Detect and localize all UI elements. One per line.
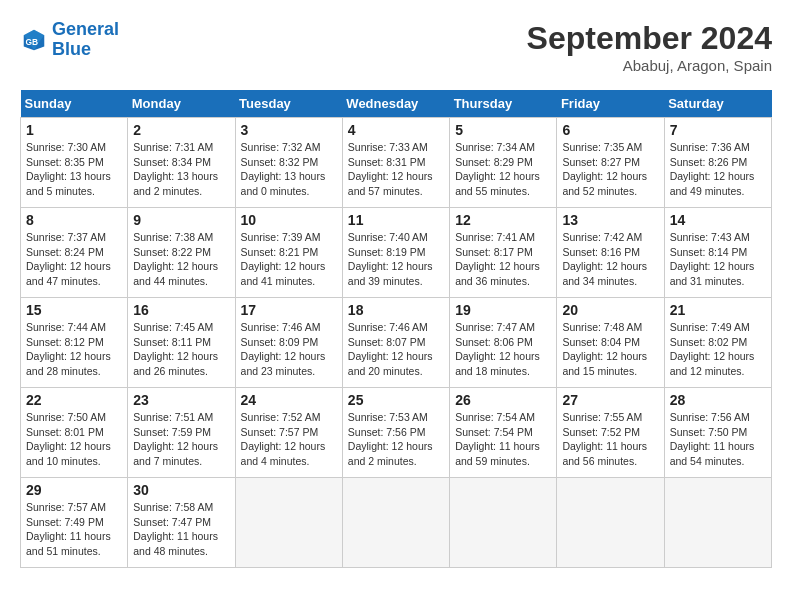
- day-number: 2: [133, 122, 229, 138]
- day-info: Sunrise: 7:57 AM Sunset: 7:49 PM Dayligh…: [26, 500, 122, 559]
- day-info: Sunrise: 7:32 AM Sunset: 8:32 PM Dayligh…: [241, 140, 337, 199]
- sunset-label: Sunset: 7:56 PM: [348, 426, 426, 438]
- day-info: Sunrise: 7:35 AM Sunset: 8:27 PM Dayligh…: [562, 140, 658, 199]
- sunset-label: Sunset: 7:50 PM: [670, 426, 748, 438]
- sunset-label: Sunset: 7:47 PM: [133, 516, 211, 528]
- calendar-cell: 17 Sunrise: 7:46 AM Sunset: 8:09 PM Dayl…: [235, 298, 342, 388]
- sunset-label: Sunset: 8:29 PM: [455, 156, 533, 168]
- sunrise-label: Sunrise: 7:46 AM: [348, 321, 428, 333]
- calendar-table: SundayMondayTuesdayWednesdayThursdayFrid…: [20, 90, 772, 568]
- sunrise-label: Sunrise: 7:31 AM: [133, 141, 213, 153]
- sunrise-label: Sunrise: 7:44 AM: [26, 321, 106, 333]
- calendar-cell: 25 Sunrise: 7:53 AM Sunset: 7:56 PM Dayl…: [342, 388, 449, 478]
- sunrise-label: Sunrise: 7:47 AM: [455, 321, 535, 333]
- daylight-label: Daylight: 12 hours and 23 minutes.: [241, 350, 326, 377]
- sunset-label: Sunset: 8:09 PM: [241, 336, 319, 348]
- day-number: 18: [348, 302, 444, 318]
- day-info: Sunrise: 7:33 AM Sunset: 8:31 PM Dayligh…: [348, 140, 444, 199]
- calendar-cell: 18 Sunrise: 7:46 AM Sunset: 8:07 PM Dayl…: [342, 298, 449, 388]
- title-block: September 2024 Ababuj, Aragon, Spain: [527, 20, 772, 74]
- calendar-cell: [557, 478, 664, 568]
- col-header-friday: Friday: [557, 90, 664, 118]
- sunset-label: Sunset: 8:04 PM: [562, 336, 640, 348]
- day-number: 4: [348, 122, 444, 138]
- daylight-label: Daylight: 12 hours and 57 minutes.: [348, 170, 433, 197]
- sunset-label: Sunset: 8:31 PM: [348, 156, 426, 168]
- sunrise-label: Sunrise: 7:30 AM: [26, 141, 106, 153]
- sunrise-label: Sunrise: 7:38 AM: [133, 231, 213, 243]
- sunrise-label: Sunrise: 7:41 AM: [455, 231, 535, 243]
- daylight-label: Daylight: 12 hours and 49 minutes.: [670, 170, 755, 197]
- day-number: 13: [562, 212, 658, 228]
- sunset-label: Sunset: 8:12 PM: [26, 336, 104, 348]
- calendar-cell: 21 Sunrise: 7:49 AM Sunset: 8:02 PM Dayl…: [664, 298, 771, 388]
- sunset-label: Sunset: 8:16 PM: [562, 246, 640, 258]
- calendar-cell: 28 Sunrise: 7:56 AM Sunset: 7:50 PM Dayl…: [664, 388, 771, 478]
- day-number: 9: [133, 212, 229, 228]
- daylight-label: Daylight: 12 hours and 7 minutes.: [133, 440, 218, 467]
- day-info: Sunrise: 7:47 AM Sunset: 8:06 PM Dayligh…: [455, 320, 551, 379]
- day-number: 12: [455, 212, 551, 228]
- calendar-cell: 16 Sunrise: 7:45 AM Sunset: 8:11 PM Dayl…: [128, 298, 235, 388]
- day-number: 11: [348, 212, 444, 228]
- col-header-tuesday: Tuesday: [235, 90, 342, 118]
- day-number: 25: [348, 392, 444, 408]
- calendar-header-row: SundayMondayTuesdayWednesdayThursdayFrid…: [21, 90, 772, 118]
- col-header-sunday: Sunday: [21, 90, 128, 118]
- calendar-cell: 3 Sunrise: 7:32 AM Sunset: 8:32 PM Dayli…: [235, 118, 342, 208]
- daylight-label: Daylight: 12 hours and 26 minutes.: [133, 350, 218, 377]
- day-info: Sunrise: 7:31 AM Sunset: 8:34 PM Dayligh…: [133, 140, 229, 199]
- daylight-label: Daylight: 12 hours and 34 minutes.: [562, 260, 647, 287]
- day-info: Sunrise: 7:45 AM Sunset: 8:11 PM Dayligh…: [133, 320, 229, 379]
- sunset-label: Sunset: 8:32 PM: [241, 156, 319, 168]
- day-number: 14: [670, 212, 766, 228]
- sunset-label: Sunset: 8:11 PM: [133, 336, 211, 348]
- day-number: 29: [26, 482, 122, 498]
- daylight-label: Daylight: 12 hours and 15 minutes.: [562, 350, 647, 377]
- sunrise-label: Sunrise: 7:35 AM: [562, 141, 642, 153]
- sunset-label: Sunset: 8:14 PM: [670, 246, 748, 258]
- logo-line1: General: [52, 20, 119, 40]
- calendar-cell: 2 Sunrise: 7:31 AM Sunset: 8:34 PM Dayli…: [128, 118, 235, 208]
- sunset-label: Sunset: 8:01 PM: [26, 426, 104, 438]
- sunrise-label: Sunrise: 7:45 AM: [133, 321, 213, 333]
- col-header-wednesday: Wednesday: [342, 90, 449, 118]
- calendar-cell: [664, 478, 771, 568]
- day-number: 16: [133, 302, 229, 318]
- calendar-cell: 23 Sunrise: 7:51 AM Sunset: 7:59 PM Dayl…: [128, 388, 235, 478]
- day-number: 24: [241, 392, 337, 408]
- calendar-cell: 15 Sunrise: 7:44 AM Sunset: 8:12 PM Dayl…: [21, 298, 128, 388]
- sunrise-label: Sunrise: 7:52 AM: [241, 411, 321, 423]
- sunrise-label: Sunrise: 7:54 AM: [455, 411, 535, 423]
- daylight-label: Daylight: 12 hours and 36 minutes.: [455, 260, 540, 287]
- sunrise-label: Sunrise: 7:42 AM: [562, 231, 642, 243]
- calendar-cell: [342, 478, 449, 568]
- sunrise-label: Sunrise: 7:56 AM: [670, 411, 750, 423]
- day-info: Sunrise: 7:58 AM Sunset: 7:47 PM Dayligh…: [133, 500, 229, 559]
- col-header-saturday: Saturday: [664, 90, 771, 118]
- sunrise-label: Sunrise: 7:43 AM: [670, 231, 750, 243]
- sunrise-label: Sunrise: 7:58 AM: [133, 501, 213, 513]
- sunset-label: Sunset: 7:57 PM: [241, 426, 319, 438]
- week-row-2: 8 Sunrise: 7:37 AM Sunset: 8:24 PM Dayli…: [21, 208, 772, 298]
- daylight-label: Daylight: 12 hours and 28 minutes.: [26, 350, 111, 377]
- day-info: Sunrise: 7:54 AM Sunset: 7:54 PM Dayligh…: [455, 410, 551, 469]
- sunset-label: Sunset: 8:06 PM: [455, 336, 533, 348]
- sunrise-label: Sunrise: 7:39 AM: [241, 231, 321, 243]
- sunrise-label: Sunrise: 7:55 AM: [562, 411, 642, 423]
- calendar-cell: 13 Sunrise: 7:42 AM Sunset: 8:16 PM Dayl…: [557, 208, 664, 298]
- month-title: September 2024: [527, 20, 772, 57]
- day-number: 15: [26, 302, 122, 318]
- day-number: 30: [133, 482, 229, 498]
- day-number: 5: [455, 122, 551, 138]
- day-number: 7: [670, 122, 766, 138]
- daylight-label: Daylight: 11 hours and 56 minutes.: [562, 440, 647, 467]
- sunrise-label: Sunrise: 7:50 AM: [26, 411, 106, 423]
- sunrise-label: Sunrise: 7:51 AM: [133, 411, 213, 423]
- day-info: Sunrise: 7:49 AM Sunset: 8:02 PM Dayligh…: [670, 320, 766, 379]
- calendar-cell: 26 Sunrise: 7:54 AM Sunset: 7:54 PM Dayl…: [450, 388, 557, 478]
- daylight-label: Daylight: 12 hours and 55 minutes.: [455, 170, 540, 197]
- day-info: Sunrise: 7:30 AM Sunset: 8:35 PM Dayligh…: [26, 140, 122, 199]
- calendar-cell: 4 Sunrise: 7:33 AM Sunset: 8:31 PM Dayli…: [342, 118, 449, 208]
- sunset-label: Sunset: 8:19 PM: [348, 246, 426, 258]
